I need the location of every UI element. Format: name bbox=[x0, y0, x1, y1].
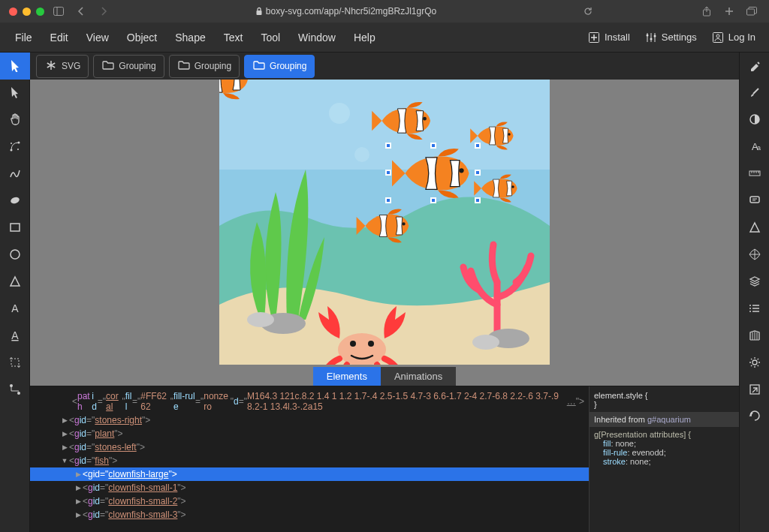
disclosure-triangle[interactable]: ▼ bbox=[60, 457, 69, 464]
element-g-fish[interactable]: ▼<g id="fish"> bbox=[30, 454, 589, 467]
selection-handle-e[interactable] bbox=[475, 170, 481, 176]
new-tab-icon[interactable] bbox=[721, 5, 737, 18]
svg-canvas[interactable] bbox=[219, 80, 550, 365]
circle-tool[interactable] bbox=[0, 242, 30, 269]
menu-help[interactable]: Help bbox=[345, 27, 384, 48]
layers-panel[interactable] bbox=[740, 269, 769, 296]
selection-handle-ne[interactable] bbox=[475, 143, 481, 149]
menu-object[interactable]: Object bbox=[118, 27, 166, 48]
maximize-window-button[interactable] bbox=[36, 8, 44, 16]
objects-panel[interactable] bbox=[740, 296, 769, 323]
blob-tool[interactable] bbox=[0, 188, 30, 215]
breadcrumb-2[interactable]: Grouping bbox=[169, 55, 240, 78]
textpath-tool[interactable]: A bbox=[0, 323, 30, 350]
svg-point-25 bbox=[329, 103, 350, 124]
element-g-clownfish-small-2[interactable]: ▶<g id="clownfish-small-2"> bbox=[30, 494, 589, 508]
forward-button[interactable] bbox=[95, 5, 112, 18]
tab-animations[interactable]: Animations bbox=[381, 367, 456, 386]
svg-point-43 bbox=[752, 360, 757, 365]
disclosure-triangle[interactable]: ▶ bbox=[60, 430, 69, 437]
spline-tool[interactable] bbox=[0, 134, 30, 161]
meta-panel[interactable] bbox=[740, 188, 769, 215]
reload-button[interactable] bbox=[580, 5, 596, 18]
history-panel[interactable] bbox=[740, 404, 769, 431]
fill-panel[interactable] bbox=[740, 53, 769, 80]
rect-tool[interactable] bbox=[0, 215, 30, 242]
shape-panel[interactable] bbox=[740, 215, 769, 242]
login-button[interactable]: Log In bbox=[704, 27, 763, 48]
crop-tool[interactable] bbox=[0, 350, 30, 377]
element-g-plant[interactable]: ▶<g id="plant"> bbox=[30, 427, 589, 440]
shape-tri-icon bbox=[748, 221, 761, 236]
stroke-panel[interactable] bbox=[740, 80, 769, 107]
disclosure-triangle[interactable]: ▶ bbox=[74, 470, 83, 478]
selection-handle-se[interactable] bbox=[475, 197, 481, 203]
disclosure-triangle[interactable]: ▶ bbox=[74, 511, 83, 518]
element-g-stones-left[interactable]: ▶<g id="stones-left"> bbox=[30, 440, 589, 454]
arrange-panel[interactable] bbox=[740, 242, 769, 269]
style-prop-fill[interactable]: fill: none; bbox=[594, 439, 734, 448]
selection-handle-sw[interactable] bbox=[385, 197, 391, 203]
close-window-button[interactable] bbox=[9, 8, 17, 16]
install-button[interactable]: Install bbox=[581, 27, 638, 48]
sidebar-toggle-icon[interactable] bbox=[50, 5, 67, 18]
selection-handle-n[interactable] bbox=[430, 143, 436, 149]
text-tool[interactable]: A bbox=[0, 296, 30, 323]
svg-point-7 bbox=[650, 38, 652, 40]
menu-file[interactable]: File bbox=[6, 27, 41, 48]
triangle-icon bbox=[8, 275, 22, 290]
selection-handle-s[interactable] bbox=[430, 197, 436, 203]
menu-text[interactable]: Text bbox=[215, 27, 252, 48]
pan-tool[interactable] bbox=[0, 107, 30, 134]
edit-tool[interactable] bbox=[0, 80, 30, 107]
geometry-panel[interactable] bbox=[740, 161, 769, 188]
element-path-coral[interactable]: <path id="coral" fill="#FF6262" fill-rul… bbox=[30, 389, 589, 413]
library-panel[interactable] bbox=[740, 323, 769, 350]
settings-button[interactable]: Settings bbox=[638, 27, 704, 48]
connector-tool[interactable] bbox=[0, 377, 30, 404]
breadcrumb-1[interactable]: Grouping bbox=[93, 55, 164, 78]
generators-panel[interactable] bbox=[740, 350, 769, 377]
disclosure-triangle[interactable]: ▶ bbox=[60, 443, 69, 451]
elements-tree[interactable]: <path id="coral" fill="#FF6262" fill-rul… bbox=[30, 386, 589, 532]
tab-elements[interactable]: Elements bbox=[313, 367, 381, 386]
menu-view[interactable]: View bbox=[77, 27, 118, 48]
breadcrumb-0[interactable]: SVG bbox=[36, 55, 89, 78]
element-g-clownfish-small-1[interactable]: ▶<g id="clownfish-small-1"> bbox=[30, 481, 589, 494]
select-tool[interactable] bbox=[0, 53, 30, 80]
disclosure-triangle[interactable]: ▶ bbox=[60, 416, 69, 424]
svg-point-33 bbox=[368, 341, 374, 347]
compositing-panel[interactable] bbox=[740, 107, 769, 134]
style-prop-fill-rule[interactable]: fill-rule: evenodd; bbox=[594, 448, 734, 457]
element-g-clownfish-large[interactable]: ▶<g id="clownfish-large"> bbox=[30, 467, 589, 481]
disclosure-triangle[interactable]: ▶ bbox=[74, 497, 83, 505]
selection-handle-w[interactable] bbox=[385, 170, 391, 176]
canvas-viewport[interactable] bbox=[30, 80, 739, 365]
menu-edit[interactable]: Edit bbox=[41, 27, 77, 48]
freehand-tool[interactable] bbox=[0, 161, 30, 188]
address-bar[interactable]: boxy-svg.com/app/-Nhcr5i2mgBRzJl1grQo bbox=[118, 6, 574, 17]
selection-handle-nw[interactable] bbox=[385, 143, 391, 149]
crop-icon bbox=[8, 356, 22, 371]
disclosure-triangle[interactable]: ▶ bbox=[74, 484, 83, 491]
export-panel[interactable] bbox=[740, 377, 769, 404]
style-prop-stroke[interactable]: stroke: none; bbox=[594, 457, 734, 466]
triangle-tool[interactable] bbox=[0, 269, 30, 296]
element-g-clownfish-small-3[interactable]: ▶<g id="clownfish-small-3"> bbox=[30, 508, 589, 521]
svg-point-6 bbox=[646, 34, 648, 36]
menu-shape[interactable]: Shape bbox=[166, 27, 214, 48]
styles-panel[interactable]: element.style { } Inherited from g#aquar… bbox=[589, 386, 739, 532]
typography-panel[interactable]: Aa bbox=[740, 134, 769, 161]
back-button[interactable] bbox=[73, 5, 89, 18]
breadcrumb-3[interactable]: Grouping bbox=[244, 55, 315, 78]
share-icon[interactable] bbox=[698, 5, 715, 18]
tabs-icon[interactable] bbox=[743, 5, 760, 18]
menu-window[interactable]: Window bbox=[289, 27, 345, 48]
element-g-stones-right[interactable]: ▶<g id="stones-right"> bbox=[30, 413, 589, 427]
layers-icon bbox=[748, 275, 761, 290]
minimize-window-button[interactable] bbox=[23, 8, 31, 16]
svg-point-26 bbox=[354, 147, 369, 162]
svg-point-31 bbox=[338, 333, 386, 365]
menu-tool[interactable]: Tool bbox=[252, 27, 289, 48]
app-menubar: File Edit View Object Shape Text Tool Wi… bbox=[0, 23, 769, 53]
